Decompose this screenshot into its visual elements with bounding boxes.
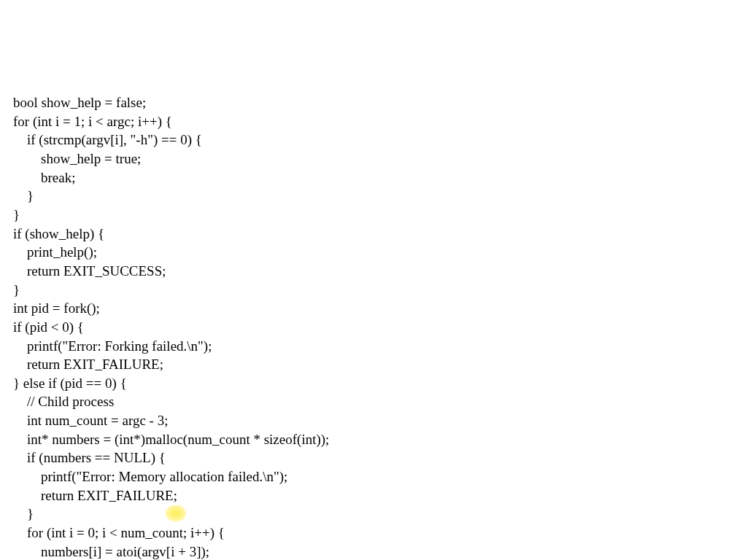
- code-line: return EXIT_SUCCESS;: [13, 263, 166, 279]
- code-line: } else if (pid == 0) {: [13, 376, 127, 391]
- code-line: }: [13, 282, 20, 298]
- code-line: show_help = true;: [13, 151, 141, 166]
- code-line: printf("Error: Memory allocation failed.…: [13, 469, 287, 484]
- code-line: for (int i = 0; i < num_count; i++) {: [13, 525, 225, 540]
- code-line: int num_count = argc - 3;: [13, 413, 168, 428]
- code-line: int pid = fork();: [13, 300, 100, 316]
- code-line: return EXIT_FAILURE;: [13, 488, 177, 503]
- code-line: printf("Error: Forking failed.\n");: [13, 338, 212, 354]
- code-line: break;: [13, 170, 75, 185]
- code-line: // Child process: [13, 394, 114, 409]
- cursor-highlight: [165, 505, 187, 522]
- code-line: bool show_help = false;: [13, 95, 146, 110]
- code-line: if (pid < 0) {: [13, 319, 84, 335]
- code-line: }: [13, 207, 20, 222]
- code-line: if (show_help) {: [13, 226, 104, 241]
- code-line: print_help();: [13, 244, 97, 260]
- code-line: int* numbers = (int*)malloc(num_count * …: [13, 432, 329, 447]
- code-line: numbers[i] = atoi(argv[i + 3]);: [13, 544, 209, 559]
- code-line: }: [13, 188, 34, 203]
- code-line: for (int i = 1; i < argc; i++) {: [13, 114, 172, 129]
- code-line: if (strcmp(argv[i], "-h") == 0) {: [13, 132, 202, 147]
- code-line: return EXIT_FAILURE;: [13, 357, 163, 372]
- code-block: bool show_help = false; for (int i = 1; …: [0, 75, 747, 560]
- code-line: }: [13, 506, 34, 521]
- code-line: if (numbers == NULL) {: [13, 450, 166, 465]
